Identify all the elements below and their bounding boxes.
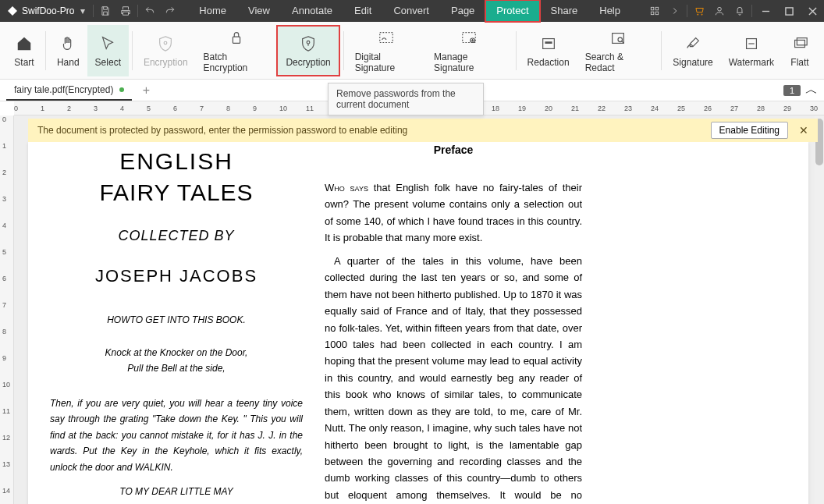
redaction-button[interactable]: Redaction [520, 25, 577, 76]
start-button[interactable]: Start [6, 25, 42, 76]
main-menu: Home View Annotate Edit Convert Page Pro… [188, 0, 631, 22]
signature-button[interactable]: Signature [665, 25, 720, 76]
menu-convert[interactable]: Convert [382, 0, 440, 22]
menu-edit[interactable]: Edit [343, 0, 382, 22]
print-icon[interactable] [115, 0, 136, 22]
undo-icon[interactable] [140, 0, 160, 22]
svg-rect-10 [463, 32, 476, 42]
page-up-icon[interactable]: ︿ [805, 82, 818, 98]
doc-subtitle: COLLECTED BY [44, 228, 309, 244]
svg-rect-18 [797, 37, 807, 44]
cart-icon[interactable] [689, 0, 709, 22]
watermark-button[interactable]: Watermark [721, 25, 782, 76]
hand-button[interactable]: Hand [49, 25, 87, 76]
svg-rect-5 [785, 7, 792, 14]
app-logo: SwifDoo-Pro ▾ [0, 5, 91, 17]
chevron-right-icon[interactable] [665, 0, 685, 22]
document-page: ENGLISH FAIRY TALES COLLECTED BY JOSEPH … [28, 142, 808, 504]
scrollbar-vertical[interactable] [815, 115, 824, 504]
doc-preface: Preface [325, 144, 582, 156]
grid-icon[interactable] [645, 0, 665, 22]
page-number-badge[interactable]: 1 [783, 85, 801, 96]
enable-editing-button[interactable]: Enable Editing [711, 122, 788, 139]
svg-rect-7 [233, 37, 240, 43]
menu-protect[interactable]: Protect [485, 0, 539, 22]
menu-home[interactable]: Home [188, 0, 237, 22]
app-name: SwifDoo [22, 5, 57, 16]
doc-body2: A quarter of the tales in this volume, h… [325, 253, 582, 504]
ribbon: Start Hand Select Encryption Batch Encry… [0, 22, 824, 80]
menu-share[interactable]: Share [540, 0, 589, 22]
doc-title-2: FAIRY TALES [44, 179, 309, 206]
batch-encryption-button[interactable]: Batch Encryption [196, 25, 277, 76]
doc-title-1: ENGLISH [44, 148, 309, 175]
svg-rect-13 [545, 41, 552, 44]
banner-close-icon[interactable]: ✕ [799, 124, 808, 137]
protection-banner: The document is protected by password, e… [28, 119, 818, 142]
doc-body1: Who says that English folk have no fairy… [325, 179, 582, 247]
maximize-button[interactable] [777, 0, 801, 22]
svg-rect-0 [651, 7, 654, 10]
redo-icon[interactable] [160, 0, 180, 22]
close-button[interactable] [801, 0, 824, 22]
svg-rect-1 [655, 7, 659, 10]
svg-rect-17 [795, 40, 805, 47]
tab-label: fairy tale.pdf(Encrypted) [14, 84, 113, 95]
add-tab-button[interactable]: + [138, 83, 154, 98]
encryption-button[interactable]: Encryption [136, 25, 196, 76]
doc-para: Then, if you are very quiet, you will he… [44, 396, 309, 475]
tab-status-dot [119, 87, 124, 92]
bell-icon[interactable] [730, 0, 750, 22]
menu-annotate[interactable]: Annotate [281, 0, 343, 22]
search-redact-button[interactable]: Search & Redact [577, 25, 659, 76]
decryption-tooltip: Remove passwords from the current docume… [328, 83, 484, 115]
minimize-button[interactable] [754, 0, 777, 22]
svg-point-8 [307, 41, 310, 44]
menu-page[interactable]: Page [440, 0, 485, 22]
manage-signature-button[interactable]: Manage Signature [426, 25, 513, 76]
doc-howto: HOWTO GET INTO THIS BOOK. [44, 314, 309, 325]
menu-help[interactable]: Help [588, 0, 631, 22]
doc-dear: TO MY DEAR LITTLE MAY [44, 486, 309, 497]
flatten-button[interactable]: Flatt [782, 25, 818, 76]
svg-rect-9 [380, 32, 393, 42]
save-icon[interactable] [95, 0, 115, 22]
ruler-vertical: 01234567891011121314 [0, 115, 14, 504]
document-tab[interactable]: fairy tale.pdf(Encrypted) [6, 80, 132, 101]
app-suffix: -Pro [57, 5, 75, 16]
page-area: The document is protected by password, e… [14, 115, 824, 504]
user-icon[interactable] [709, 0, 730, 22]
doc-knock: Knock at the Knocker on the Door, [44, 347, 309, 358]
menu-view[interactable]: View [237, 0, 281, 22]
svg-rect-3 [655, 12, 659, 15]
svg-rect-2 [651, 12, 654, 15]
select-button[interactable]: Select [87, 25, 129, 76]
doc-author: JOSEPH JACOBS [44, 266, 309, 286]
titlebar: SwifDoo-Pro ▾ Home View Annotate Edit Co… [0, 0, 824, 22]
svg-point-6 [164, 41, 167, 44]
svg-point-4 [718, 7, 722, 11]
digital-signature-button[interactable]: Digital Signature [347, 25, 426, 76]
decryption-button[interactable]: Decryption [276, 25, 339, 76]
doc-pull: Pull the Bell at the side, [44, 363, 309, 374]
banner-message: The document is protected by password, e… [37, 125, 407, 136]
